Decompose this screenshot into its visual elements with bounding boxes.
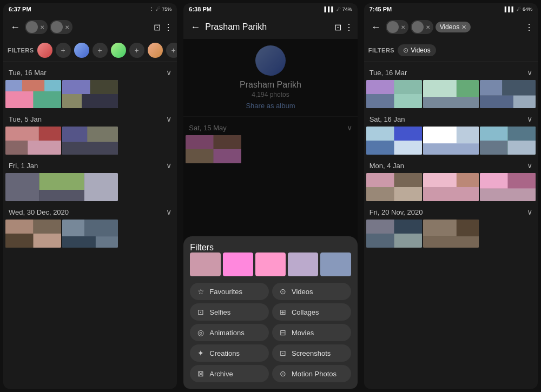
nav-chip-selfies[interactable]: Videos ✕ — [436, 22, 471, 32]
photo-cell[interactable] — [423, 127, 479, 155]
filter-btn-motion[interactable]: ⊙ Motion Photos — [272, 365, 351, 382]
photo-cell[interactable] — [480, 80, 536, 108]
more-icon-2[interactable]: ⋮ — [345, 22, 353, 32]
filter-thumb-1[interactable] — [190, 253, 220, 276]
nav-chip-avatar-3a[interactable]: ✕ — [386, 20, 408, 34]
filter-thumb-4[interactable] — [288, 253, 318, 276]
back-icon-1[interactable]: ← — [8, 22, 23, 33]
signal-icon: ▌▌▌ — [325, 6, 335, 12]
close-chip-3a[interactable]: ✕ — [401, 24, 405, 30]
svg-rect-80 — [480, 189, 536, 201]
close-chip-1a[interactable]: ✕ — [40, 24, 44, 30]
date-header-1d: Wed, 30 Dec, 2020 ∨ — [5, 205, 175, 218]
panel-1: 6:37 PM ⋮ ☄ 75% ← ✕ ✕ ⊡ ⋮ FILTERS + + + — [3, 3, 177, 389]
filter-avatar-1d[interactable] — [148, 43, 163, 58]
filter-btn-selfies[interactable]: ⊡ Selfies — [190, 303, 269, 321]
photo-cell[interactable] — [62, 127, 118, 155]
svg-rect-19 — [62, 142, 118, 155]
filter-add-1c[interactable]: + — [129, 43, 144, 58]
cast-icon-2[interactable]: ⊡ — [334, 22, 341, 32]
filter-btn-animations[interactable]: ◎ Animations — [190, 324, 269, 341]
date-header-3d: Fri, 20 Nov, 2020 ∨ — [366, 205, 536, 218]
filter-thumb-3[interactable] — [255, 253, 286, 276]
content-area-3: Tue, 16 Mar ∨ Sat, 16 Jan ∨ — [364, 62, 538, 389]
svg-rect-10 — [82, 94, 118, 108]
chevron-1c[interactable]: ∨ — [166, 161, 171, 170]
photo-cell[interactable] — [5, 220, 61, 248]
photo-cell-wide[interactable] — [5, 173, 118, 201]
photo-cell[interactable] — [366, 220, 422, 248]
photo-cell[interactable] — [5, 127, 61, 155]
photo-cell[interactable] — [423, 80, 479, 108]
close-selfies-icon[interactable]: ✕ — [461, 24, 466, 31]
back-icon-3[interactable]: ← — [368, 22, 384, 33]
chevron-1d[interactable]: ∨ — [166, 208, 171, 216]
filter-thumb-5[interactable] — [320, 253, 351, 276]
close-chip-3b[interactable]: ✕ — [426, 24, 430, 30]
filter-btn-screenshots[interactable]: ⊡ Screenshots — [272, 344, 351, 362]
filter-thumb-2[interactable] — [223, 253, 253, 276]
nav-chip-avatar-3b[interactable]: ✕ — [411, 20, 433, 34]
filters-label-1: FILTERS — [8, 47, 34, 54]
chevron-3a[interactable]: ∨ — [527, 68, 532, 77]
filter-avatar-1a[interactable] — [37, 43, 52, 58]
nav-chip-avatar-1b[interactable]: ✕ — [50, 20, 72, 34]
date-label-3c: Mon, 4 Jan — [370, 162, 404, 170]
status-bar-3: 7:45 PM ▌▌▌ ☄ 64% — [364, 3, 538, 15]
battery-icon-2: 74% — [342, 6, 352, 12]
photo-cell[interactable] — [62, 80, 118, 108]
svg-rect-17 — [62, 127, 87, 142]
filter-pill-videos[interactable]: ⊙ Videos — [398, 44, 436, 56]
video-icon: ⊙ — [279, 287, 287, 296]
chevron-1a[interactable]: ∨ — [166, 68, 171, 77]
chevron-3d[interactable]: ∨ — [527, 208, 532, 216]
filter-btn-archive[interactable]: ⊠ Archive — [190, 365, 269, 382]
photo-cell[interactable] — [480, 173, 536, 201]
svg-rect-4 — [5, 91, 34, 108]
chevron-1b[interactable]: ∨ — [166, 115, 171, 123]
filter-add-1b[interactable]: + — [93, 43, 108, 58]
filter-add-1d[interactable]: + — [166, 43, 177, 58]
avatar-1b — [51, 21, 63, 33]
svg-rect-58 — [394, 141, 422, 155]
svg-rect-7 — [62, 80, 90, 94]
photo-cell[interactable] — [423, 173, 479, 201]
nav-chip-avatar-1a[interactable]: ✕ — [25, 20, 48, 34]
photo-cell[interactable] — [62, 220, 118, 248]
filter-btn-videos[interactable]: ⊙ Videos — [272, 283, 351, 300]
back-icon-2[interactable]: ← — [188, 22, 203, 33]
chevron-3b[interactable]: ∨ — [527, 115, 532, 123]
photo-grid-1d — [5, 220, 175, 248]
photo-cell[interactable] — [366, 173, 422, 201]
svg-rect-43 — [366, 94, 394, 108]
chevron-3c[interactable]: ∨ — [527, 161, 532, 170]
filter-avatar-1b[interactable] — [74, 43, 89, 58]
svg-rect-46 — [423, 80, 457, 97]
filter-btn-movies[interactable]: ⊟ Movies — [272, 324, 351, 341]
filters-label-3: FILTERS — [368, 47, 395, 54]
photo-cell[interactable] — [366, 127, 422, 155]
cast-icon[interactable]: ⊡ — [154, 22, 161, 32]
filter-btn-favourites[interactable]: ☆ Favourites — [190, 283, 269, 300]
filter-btn-creations[interactable]: ✦ Creations — [190, 344, 269, 362]
avatar-3a — [387, 21, 399, 33]
filter-avatar-1c[interactable] — [111, 43, 126, 58]
svg-rect-82 — [366, 220, 394, 234]
more-icon-1[interactable]: ⋮ — [164, 22, 173, 32]
photo-cell[interactable] — [366, 80, 422, 108]
photo-cell[interactable] — [480, 127, 536, 155]
filter-label-favourites: Favourites — [209, 288, 242, 296]
filter-add-1a[interactable]: + — [56, 43, 71, 58]
photo-cell[interactable] — [423, 220, 479, 248]
svg-rect-87 — [423, 220, 457, 236]
battery-icon: 75% — [162, 6, 171, 12]
close-chip-1b[interactable]: ✕ — [65, 24, 69, 30]
svg-rect-1 — [5, 80, 22, 91]
date-label-3a: Tue, 16 Mar — [370, 69, 407, 77]
photo-cell[interactable] — [5, 80, 61, 108]
filter-btn-collages[interactable]: ⊞ Collages — [272, 303, 351, 321]
more-icon-3[interactable]: ⋮ — [525, 22, 533, 32]
time-1: 6:37 PM — [9, 6, 31, 12]
svg-rect-23 — [39, 190, 84, 201]
selfies-chip-label: Videos — [440, 23, 459, 31]
